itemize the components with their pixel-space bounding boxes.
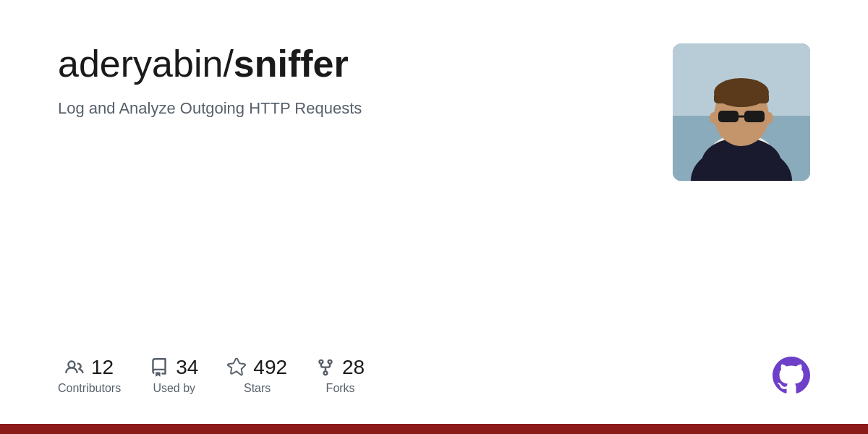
repo-description: Log and Analyze Outgoing HTTP Requests: [58, 99, 362, 118]
stat-forks-row: 28: [316, 356, 365, 379]
bottom-bar: [0, 424, 868, 434]
star-icon: [227, 358, 246, 377]
github-logo[interactable]: [773, 357, 810, 394]
stat-stars[interactable]: 492 Stars: [227, 356, 316, 395]
stat-used-by[interactable]: 34 Used by: [150, 356, 227, 395]
repo-owner[interactable]: aderyabin/: [58, 43, 234, 85]
contributors-count: 12: [91, 356, 114, 379]
avatar-image: [673, 43, 810, 181]
used-by-icon: [150, 358, 169, 377]
repo-title: aderyabin/sniffer: [58, 43, 362, 85]
stat-used-by-row: 34: [150, 356, 198, 379]
svg-rect-10: [744, 111, 765, 122]
stars-count: 492: [253, 356, 287, 379]
stat-stars-row: 492: [227, 356, 287, 379]
fork-icon: [316, 358, 335, 377]
forks-count: 28: [342, 356, 365, 379]
stat-forks[interactable]: 28 Forks: [316, 356, 393, 395]
avatar: [673, 43, 810, 181]
avatar-svg: [673, 43, 810, 181]
repo-title-area: aderyabin/sniffer Log and Analyze Outgoi…: [58, 43, 362, 118]
used-by-count: 34: [176, 356, 198, 379]
contributors-label: Contributors: [58, 382, 121, 395]
repo-name[interactable]: sniffer: [234, 43, 349, 85]
svg-point-12: [710, 112, 718, 124]
svg-rect-9: [718, 111, 739, 122]
stat-contributors-row: 12: [65, 356, 114, 379]
main-content: aderyabin/sniffer Log and Analyze Outgoi…: [0, 0, 868, 424]
svg-rect-8: [714, 93, 769, 103]
contributors-icon: [65, 358, 84, 377]
stats-bar: 12 Contributors 34 Used by: [58, 341, 810, 395]
repo-header: aderyabin/sniffer Log and Analyze Outgoi…: [58, 43, 810, 181]
stat-contributors[interactable]: 12 Contributors: [58, 356, 150, 395]
svg-point-13: [765, 112, 773, 124]
stars-label: Stars: [244, 382, 271, 395]
forks-label: Forks: [326, 382, 355, 395]
used-by-label: Used by: [153, 382, 195, 395]
